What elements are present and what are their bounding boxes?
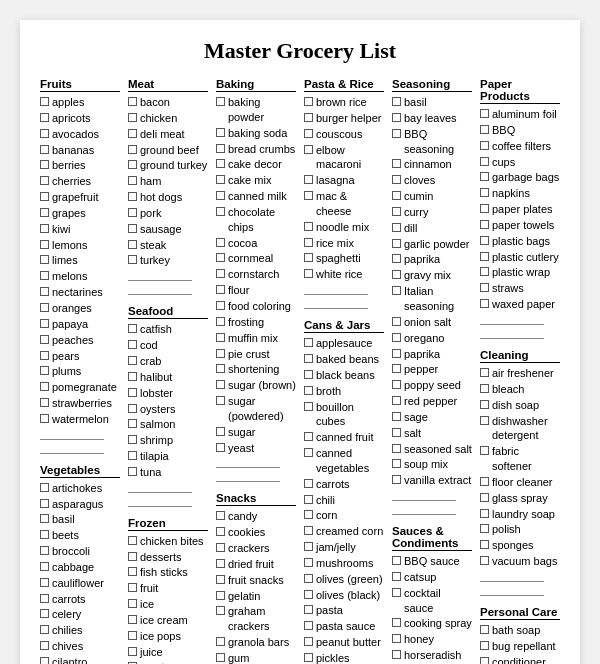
list-item[interactable]: corn (304, 508, 384, 523)
list-item[interactable]: dish soap (480, 398, 560, 413)
list-item[interactable]: paper towels (480, 218, 560, 233)
list-item[interactable]: tuna (128, 465, 208, 480)
list-item[interactable]: applesauce (304, 336, 384, 351)
list-item[interactable]: hot dogs (128, 190, 208, 205)
list-item[interactable]: pomegranate (40, 380, 120, 395)
checkbox-icon[interactable] (216, 285, 225, 294)
checkbox-icon[interactable] (40, 546, 49, 555)
checkbox-icon[interactable] (304, 432, 313, 441)
list-item[interactable]: cocktail sauce (392, 586, 472, 616)
list-item[interactable]: limes (40, 253, 120, 268)
list-item[interactable]: cloves (392, 173, 472, 188)
checkbox-icon[interactable] (216, 253, 225, 262)
list-item[interactable]: grapes (40, 206, 120, 221)
list-item[interactable]: grapefruit (40, 190, 120, 205)
checkbox-icon[interactable] (40, 335, 49, 344)
list-item[interactable]: seasoned salt (392, 442, 472, 457)
checkbox-icon[interactable] (392, 270, 401, 279)
checkbox-icon[interactable] (216, 317, 225, 326)
list-item[interactable]: plums (40, 364, 120, 379)
checkbox-icon[interactable] (304, 402, 313, 411)
list-item[interactable]: dishwasher detergent (480, 414, 560, 444)
checkbox-icon[interactable] (304, 386, 313, 395)
list-item[interactable]: pasta sauce (304, 619, 384, 634)
list-item[interactable]: pickles (304, 651, 384, 664)
checkbox-icon[interactable] (480, 384, 489, 393)
list-item[interactable]: chicken (128, 111, 208, 126)
checkbox-icon[interactable] (128, 567, 137, 576)
list-item[interactable]: asparagus (40, 497, 120, 512)
checkbox-icon[interactable] (40, 145, 49, 154)
checkbox-icon[interactable] (480, 416, 489, 425)
list-item[interactable]: white rice (304, 267, 384, 282)
list-item[interactable]: garbage bags (480, 170, 560, 185)
list-item[interactable]: apples (40, 95, 120, 110)
list-item[interactable]: garlic powder (392, 237, 472, 252)
list-item[interactable]: candy (216, 509, 296, 524)
list-item[interactable]: plastic cutlery (480, 250, 560, 265)
list-item[interactable]: halibut (128, 370, 208, 385)
list-item[interactable]: couscous (304, 127, 384, 142)
checkbox-icon[interactable] (480, 188, 489, 197)
checkbox-icon[interactable] (128, 160, 137, 169)
checkbox-icon[interactable] (392, 254, 401, 263)
list-item[interactable]: horseradish (392, 648, 472, 663)
list-item[interactable]: brown rice (304, 95, 384, 110)
list-item[interactable]: cookies (216, 525, 296, 540)
checkbox-icon[interactable] (304, 253, 313, 262)
checkbox-icon[interactable] (40, 208, 49, 217)
checkbox-icon[interactable] (392, 364, 401, 373)
list-item[interactable]: straws (480, 281, 560, 296)
list-item[interactable]: baking soda (216, 126, 296, 141)
list-item[interactable]: mac & cheese (304, 189, 384, 219)
list-item[interactable]: melons (40, 269, 120, 284)
checkbox-icon[interactable] (304, 129, 313, 138)
list-item[interactable]: dried fruit (216, 557, 296, 572)
list-item[interactable]: cornstarch (216, 267, 296, 282)
checkbox-icon[interactable] (480, 236, 489, 245)
checkbox-icon[interactable] (40, 113, 49, 122)
checkbox-icon[interactable] (128, 224, 137, 233)
list-item[interactable]: cod (128, 338, 208, 353)
checkbox-icon[interactable] (216, 591, 225, 600)
checkbox-icon[interactable] (40, 398, 49, 407)
checkbox-icon[interactable] (128, 340, 137, 349)
list-item[interactable]: air freshener (480, 366, 560, 381)
checkbox-icon[interactable] (480, 368, 489, 377)
list-item[interactable]: cake decor (216, 157, 296, 172)
checkbox-icon[interactable] (392, 650, 401, 659)
list-item[interactable]: poppy seed (392, 378, 472, 393)
checkbox-icon[interactable] (216, 349, 225, 358)
checkbox-icon[interactable] (128, 599, 137, 608)
list-item[interactable]: pears (40, 349, 120, 364)
list-item[interactable]: vanilla extract (392, 473, 472, 488)
checkbox-icon[interactable] (40, 176, 49, 185)
list-item[interactable]: cake mix (216, 173, 296, 188)
list-item[interactable]: lemons (40, 238, 120, 253)
checkbox-icon[interactable] (480, 657, 489, 664)
checkbox-icon[interactable] (480, 172, 489, 181)
list-item[interactable]: salt (392, 426, 472, 441)
list-item[interactable]: meat (128, 660, 208, 664)
list-item[interactable]: baking powder (216, 95, 296, 125)
checkbox-icon[interactable] (392, 428, 401, 437)
list-item[interactable]: tilapia (128, 449, 208, 464)
list-item[interactable]: sugar (powdered) (216, 394, 296, 424)
list-item[interactable]: bananas (40, 143, 120, 158)
checkbox-icon[interactable] (128, 552, 137, 561)
list-item[interactable]: soup mix (392, 457, 472, 472)
checkbox-icon[interactable] (216, 559, 225, 568)
checkbox-icon[interactable] (40, 562, 49, 571)
checkbox-icon[interactable] (216, 427, 225, 436)
checkbox-icon[interactable] (304, 145, 313, 154)
checkbox-icon[interactable] (480, 641, 489, 650)
checkbox-icon[interactable] (128, 419, 137, 428)
checkbox-icon[interactable] (128, 356, 137, 365)
checkbox-icon[interactable] (128, 404, 137, 413)
list-item[interactable]: olives (green) (304, 572, 384, 587)
list-item[interactable]: napkins (480, 186, 560, 201)
list-item[interactable]: broth (304, 384, 384, 399)
checkbox-icon[interactable] (392, 380, 401, 389)
list-item[interactable]: ham (128, 174, 208, 189)
list-item[interactable]: cornmeal (216, 251, 296, 266)
